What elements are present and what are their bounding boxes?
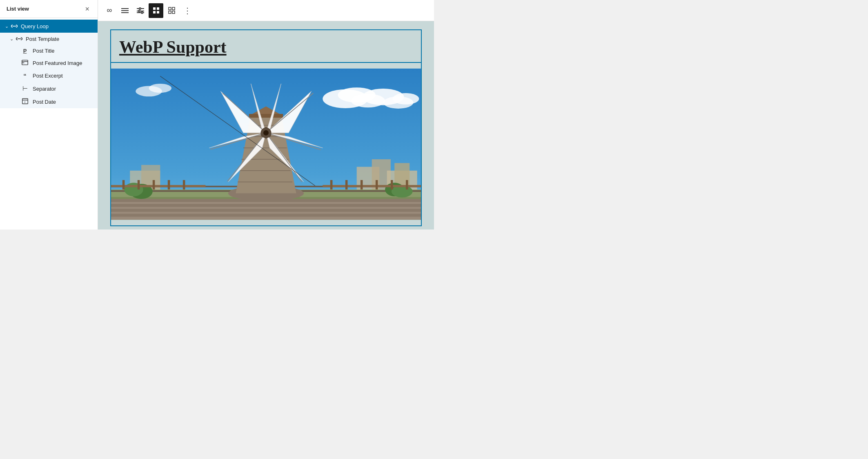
separator-icon: ⊢ — [21, 85, 29, 92]
windmill-image — [111, 63, 421, 225]
post-title: WebP Support — [111, 30, 421, 62]
grid-view-button[interactable] — [164, 3, 179, 18]
svg-rect-89 — [153, 180, 155, 189]
svg-point-16 — [138, 10, 140, 12]
svg-rect-94 — [361, 180, 363, 189]
svg-rect-27 — [172, 11, 175, 13]
svg-point-82 — [124, 183, 143, 196]
svg-rect-21 — [157, 7, 159, 10]
svg-rect-49 — [111, 214, 421, 217]
loop-icon — [11, 23, 18, 29]
svg-rect-23 — [157, 11, 159, 13]
tree-item-query-loop[interactable]: ⌄ Query Loop — [0, 20, 98, 33]
svg-rect-85 — [111, 185, 205, 187]
svg-rect-24 — [169, 7, 171, 10]
svg-rect-93 — [345, 180, 348, 189]
svg-point-36 — [149, 84, 172, 93]
svg-rect-22 — [153, 11, 156, 13]
svg-rect-2 — [22, 60, 28, 65]
svg-rect-25 — [172, 7, 175, 10]
chevron-down-icon: ⌄ — [5, 24, 9, 29]
template-loop-icon — [16, 36, 22, 42]
svg-rect-26 — [169, 11, 171, 13]
content-area: WebP Support — [98, 21, 434, 230]
tree-item-post-title[interactable]: P Post Title — [0, 45, 98, 57]
tree-list: ⌄ Query Loop ⌄ Post Template — [0, 18, 98, 230]
separator-label: Separator — [33, 86, 56, 92]
svg-rect-20 — [153, 7, 156, 10]
block-view-button[interactable] — [149, 3, 163, 18]
chevron-down-icon: ⌄ — [10, 36, 13, 42]
svg-rect-87 — [122, 180, 125, 189]
svg-rect-61 — [249, 114, 283, 118]
more-options-button[interactable]: ⋮ — [180, 3, 194, 18]
post-title-label: Post Title — [33, 48, 54, 54]
svg-rect-92 — [330, 180, 333, 189]
svg-point-79 — [263, 130, 269, 136]
tree-item-post-date[interactable]: 2 Post Date — [0, 95, 98, 108]
panel-header: List view × — [0, 0, 98, 18]
svg-rect-88 — [138, 180, 140, 189]
svg-point-34 — [393, 93, 419, 105]
post-date-label: Post Date — [33, 99, 56, 105]
post-card: WebP Support — [110, 29, 422, 226]
post-featured-image-label: Post Featured Image — [33, 60, 82, 66]
date-icon: 2 — [21, 98, 29, 105]
svg-rect-97 — [406, 180, 408, 189]
svg-rect-90 — [168, 180, 170, 189]
post-template-label: Post Template — [26, 36, 59, 42]
block-toolbar: ∞ — [98, 0, 434, 21]
svg-rect-91 — [183, 180, 185, 189]
tree-item-post-excerpt[interactable]: “ Post Excerpt — [0, 69, 98, 82]
post-title-icon: P — [21, 48, 29, 54]
tree-item-post-featured-image[interactable]: Post Featured Image — [0, 57, 98, 69]
settings-toolbar-button[interactable] — [133, 3, 148, 18]
tree-item-post-template[interactable]: ⌄ Post Template — [0, 33, 98, 45]
svg-rect-48 — [111, 209, 421, 212]
image-icon — [21, 60, 29, 67]
svg-point-13 — [139, 8, 141, 9]
list-toolbar-button[interactable] — [118, 3, 132, 18]
excerpt-icon: “ — [21, 72, 29, 79]
svg-text:2: 2 — [24, 101, 26, 103]
post-featured-image — [111, 62, 421, 225]
query-loop-label: Query Loop — [21, 23, 49, 29]
close-panel-button[interactable]: × — [83, 4, 91, 13]
svg-rect-47 — [111, 204, 421, 207]
list-view-panel: List view × ⌄ Query Loop ⌄ — [0, 0, 98, 230]
svg-point-19 — [141, 12, 143, 13]
post-excerpt-label: Post Excerpt — [33, 73, 63, 79]
svg-rect-95 — [376, 180, 378, 189]
panel-title: List view — [7, 6, 29, 12]
svg-rect-96 — [391, 180, 393, 189]
loop-toolbar-button[interactable]: ∞ — [102, 3, 117, 18]
editor-panel: ∞ — [98, 0, 434, 230]
tree-item-separator[interactable]: ⊢ Separator — [0, 82, 98, 95]
